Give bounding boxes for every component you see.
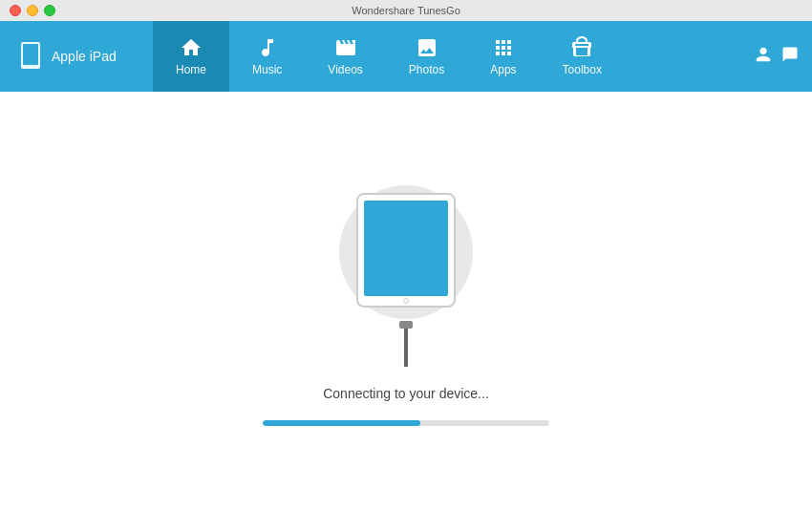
device-illustration — [330, 176, 482, 367]
app-title: Wondershare TunesGo — [352, 5, 460, 16]
tab-apps-label: Apps — [490, 63, 516, 76]
traffic-lights — [10, 5, 55, 16]
progress-bar-fill — [263, 420, 420, 426]
header: Apple iPad Home Music Videos — [0, 21, 812, 92]
videos-icon — [334, 36, 357, 59]
user-icon[interactable] — [755, 46, 772, 67]
ipad-home-dot — [403, 298, 409, 304]
home-icon — [180, 36, 203, 59]
svg-point-2 — [30, 66, 32, 68]
cable-wire — [404, 329, 408, 367]
tab-apps[interactable]: Apps — [467, 21, 539, 92]
cable-connector — [399, 321, 413, 329]
tab-videos[interactable]: Videos — [305, 21, 385, 92]
tab-music-label: Music — [252, 63, 282, 76]
ipad-body — [356, 193, 456, 308]
toolbox-icon — [570, 36, 593, 59]
header-actions — [741, 46, 812, 67]
tab-photos[interactable]: Photos — [386, 21, 467, 92]
main-content: Connecting to your device... — [0, 92, 812, 510]
tab-home[interactable]: Home — [153, 21, 229, 92]
tab-photos-label: Photos — [409, 63, 444, 76]
device-name: Apple iPad — [52, 49, 117, 64]
maximize-button[interactable] — [44, 5, 55, 16]
progress-bar-container — [263, 420, 549, 426]
tab-videos-label: Videos — [328, 63, 362, 76]
device-label: Apple iPad — [0, 42, 153, 71]
tab-music[interactable]: Music — [229, 21, 305, 92]
feedback-icon[interactable] — [781, 46, 799, 67]
apps-icon — [492, 36, 515, 59]
tab-toolbox-label: Toolbox — [563, 63, 602, 76]
cable — [399, 321, 413, 367]
music-icon — [256, 36, 279, 59]
minimize-button[interactable] — [27, 5, 38, 16]
photos-icon — [416, 36, 438, 59]
title-bar: Wondershare TunesGo — [0, 0, 812, 21]
ipad-icon — [19, 42, 42, 71]
svg-rect-1 — [23, 44, 38, 65]
close-button[interactable] — [10, 5, 21, 16]
ipad-home-bar — [358, 296, 454, 306]
ipad-screen — [364, 201, 448, 296]
status-text: Connecting to your device... — [323, 386, 489, 401]
nav-tabs: Home Music Videos Photos — [153, 21, 741, 92]
tab-home-label: Home — [176, 63, 206, 76]
tab-toolbox[interactable]: Toolbox — [540, 21, 625, 92]
